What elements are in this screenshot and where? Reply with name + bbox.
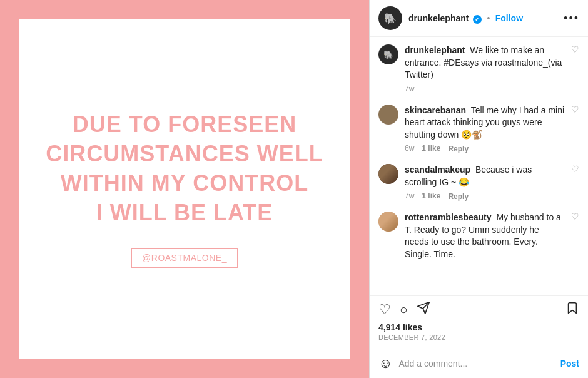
comment-avatar-2 [378, 164, 398, 184]
comment-2-time: 7w [405, 191, 414, 202]
right-panel: 🐘 drunkelephant • Follow ••• 🐘 drunkelep… [369, 0, 588, 378]
post-main-text: DUE TO FORESEEN CIRCUMSTANCES WELL WITHI… [33, 110, 335, 227]
comment-1-heart-icon[interactable]: ♡ [571, 105, 579, 155]
post-image-inner: DUE TO FORESEEN CIRCUMSTANCES WELL WITHI… [19, 19, 350, 359]
comment-2-heart-icon[interactable]: ♡ [571, 164, 579, 202]
caption-avatar: 🐘 [378, 44, 398, 64]
comment-1-reply-button[interactable]: Reply [448, 145, 469, 153]
caption-content: drunkelephant We like to make an entranc… [405, 44, 565, 94]
caption-time: 7w [405, 84, 414, 94]
comment-row: scandalmakeup Because i was scrolling IG… [378, 164, 579, 202]
action-icons: ♡ ○ [378, 301, 579, 319]
post-header: 🐘 drunkelephant • Follow ••• [370, 0, 588, 37]
comment-row: rottenramblesbeauty My husband to a T. R… [378, 212, 579, 260]
caption-heart-icon[interactable]: ♡ [571, 44, 579, 94]
elephant-logo-icon: 🐘 [384, 13, 397, 24]
caption-meta: 7w [405, 84, 565, 94]
verified-badge-icon [473, 15, 482, 24]
comment-2-meta: 7w 1 like Reply [405, 191, 565, 202]
comment-input[interactable] [398, 359, 554, 369]
add-comment-bar: ☺ Post [370, 349, 588, 378]
likes-count: 4,914 likes [378, 322, 579, 332]
comments-area[interactable]: 🐘 drunkelephant We like to make an entra… [370, 37, 588, 295]
comment-row: skincarebanan Tell me why I had a mini h… [378, 105, 579, 155]
share-button[interactable] [417, 301, 430, 319]
comment-2-content: scandalmakeup Because i was scrolling IG… [405, 164, 565, 202]
post-comment-button[interactable]: Post [560, 359, 579, 369]
post-date: DECEMBER 7, 2022 [378, 334, 579, 341]
comment-2-username[interactable]: scandalmakeup [405, 165, 470, 175]
emoji-button[interactable]: ☺ [378, 355, 392, 372]
post-image-panel: DUE TO FORESEEN CIRCUMSTANCES WELL WITHI… [0, 0, 369, 378]
comment-1-username[interactable]: skincarebanan [405, 105, 466, 115]
comment-3-content: rottenramblesbeauty My husband to a T. R… [405, 212, 565, 260]
header-username: drunkelephant [408, 13, 469, 23]
comment-2-likes: 1 like [422, 191, 440, 202]
comment-3-username[interactable]: rottenramblesbeauty [405, 212, 491, 222]
follow-button[interactable]: Follow [495, 13, 523, 23]
account-avatar: 🐘 [378, 6, 402, 30]
post-username-tag: @ROASTMALONE_ [131, 248, 238, 268]
comment-button[interactable]: ○ [400, 302, 408, 317]
comment-avatar-3 [378, 212, 398, 232]
action-bar: ♡ ○ 4,914 likes DECEMBER 7, 2022 [370, 295, 588, 349]
comment-3-heart-icon[interactable]: ♡ [571, 212, 579, 260]
dot-separator: • [487, 13, 490, 23]
header-user-info: drunkelephant • Follow [408, 13, 523, 24]
bookmark-button[interactable] [565, 301, 579, 319]
caption-username[interactable]: drunkelephant [405, 45, 465, 55]
more-options-button[interactable]: ••• [564, 12, 579, 25]
comment-avatar-1 [378, 105, 398, 125]
like-button[interactable]: ♡ [378, 302, 391, 318]
comment-2-reply-button[interactable]: Reply [448, 192, 469, 201]
comment-1-content: skincarebanan Tell me why I had a mini h… [405, 105, 565, 155]
main-caption: 🐘 drunkelephant We like to make an entra… [378, 44, 579, 94]
caption-elephant-icon: 🐘 [383, 50, 393, 59]
comment-1-meta: 6w 1 like Reply [405, 143, 565, 154]
comment-1-likes: 1 like [422, 143, 440, 154]
comment-1-time: 6w [405, 143, 414, 154]
